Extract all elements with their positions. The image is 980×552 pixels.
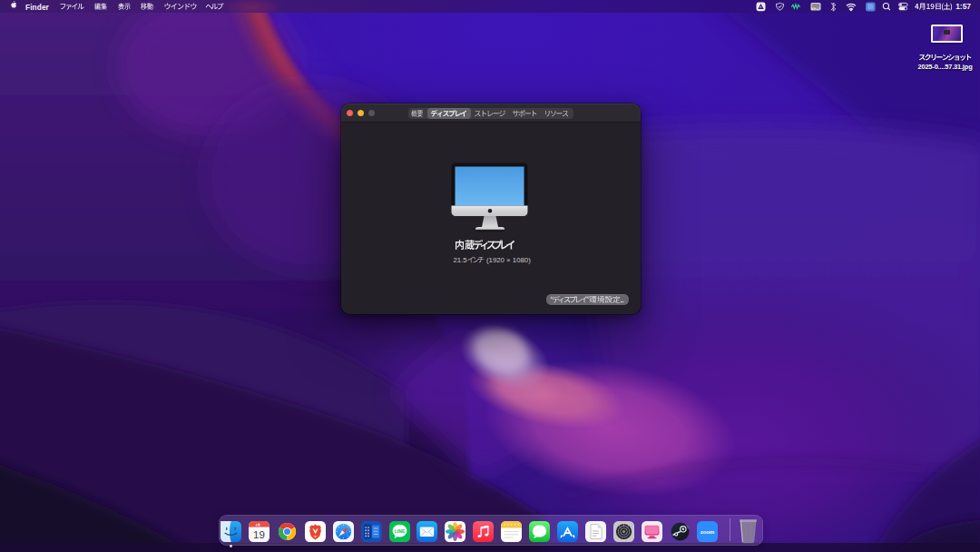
svg-text:zoom: zoom (701, 528, 715, 535)
svg-text:LINE: LINE (394, 528, 405, 534)
svg-text:19: 19 (253, 529, 265, 540)
